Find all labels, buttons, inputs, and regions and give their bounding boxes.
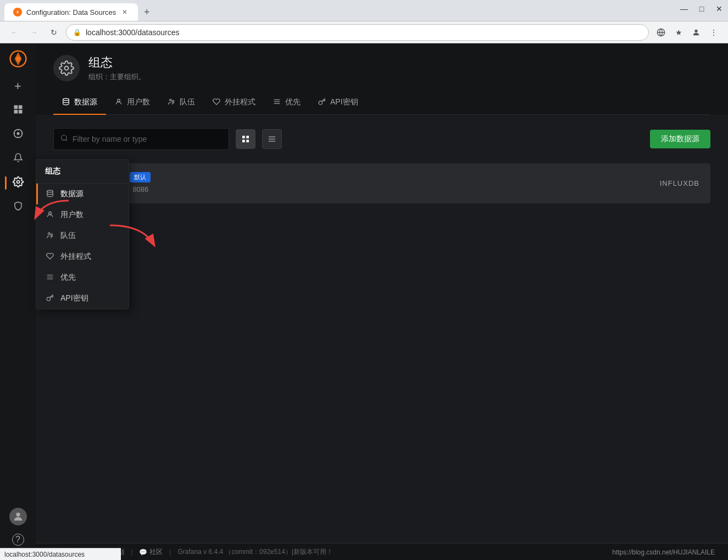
sidebar-item-explore[interactable] bbox=[5, 124, 31, 146]
sidebar-item-config[interactable] bbox=[5, 172, 31, 194]
svg-rect-25 bbox=[242, 140, 245, 142]
tab-plugins-label: 外挂程式 bbox=[225, 97, 255, 107]
status-bar: localhost:3000/datasources bbox=[0, 548, 121, 560]
dropdown-item-teams[interactable]: 队伍 bbox=[36, 225, 129, 246]
add-datasource-button[interactable]: 添加数据源 bbox=[650, 130, 710, 148]
sidebar-item-add[interactable]: + bbox=[5, 75, 31, 97]
app-logo[interactable] bbox=[7, 48, 29, 70]
svg-point-12 bbox=[16, 513, 20, 517]
list-view-button[interactable] bbox=[262, 129, 282, 149]
dropdown-item-plugins[interactable]: 外挂程式 bbox=[36, 246, 129, 267]
svg-rect-6 bbox=[18, 105, 22, 109]
svg-rect-7 bbox=[14, 109, 18, 113]
apikeys-tab-icon bbox=[318, 98, 326, 107]
svg-point-11 bbox=[16, 180, 19, 183]
datasource-type: INFLUXDB bbox=[660, 179, 699, 187]
user-avatar[interactable] bbox=[9, 508, 27, 525]
sidebar-item-help[interactable]: ? bbox=[5, 529, 31, 551]
datasource-name: InfluxDB 默认 bbox=[93, 172, 651, 182]
datasource-row-influxdb[interactable]: InfluxDB 默认 //本地主机：8086 INFLUXDB bbox=[53, 163, 710, 203]
datasource-url: //本地主机：8086 bbox=[93, 185, 651, 195]
tab-favicon bbox=[13, 8, 22, 16]
dropdown-teams-icon bbox=[45, 231, 55, 241]
dropdown-plugins-label: 外挂程式 bbox=[60, 252, 91, 262]
minimize-button[interactable]: — bbox=[680, 4, 688, 13]
tab-prefs-label: 优先 bbox=[285, 97, 301, 107]
svg-point-21 bbox=[319, 101, 322, 104]
svg-rect-8 bbox=[18, 109, 22, 113]
profile-icon[interactable] bbox=[688, 25, 704, 40]
page-title-text: 组态 组织：主要组织。 bbox=[88, 54, 146, 82]
help-icon: ? bbox=[12, 534, 24, 546]
new-tab-button[interactable]: + bbox=[139, 4, 154, 20]
dropdown-datasources-icon bbox=[45, 190, 55, 199]
tab-users[interactable]: 用户数 bbox=[106, 91, 159, 115]
page-header: 组态 组织：主要组织。 数据源 用户数 bbox=[36, 43, 728, 115]
svg-point-32 bbox=[49, 212, 52, 214]
tab-datasources-label: 数据源 bbox=[74, 97, 97, 107]
prefs-tab-icon bbox=[273, 98, 281, 107]
config-dropdown-menu: 组态 数据源 用户数 队伍 外挂程式 优先 API密钥 bbox=[36, 159, 129, 309]
sidebar-item-alerts[interactable] bbox=[5, 148, 31, 170]
tab-teams[interactable]: 队伍 bbox=[159, 91, 204, 115]
more-icon[interactable]: ⋮ bbox=[706, 25, 721, 40]
browser-toolbar-actions: ★ ⋮ bbox=[653, 25, 721, 40]
gear-icon bbox=[13, 176, 24, 190]
tab-close-button[interactable]: ✕ bbox=[120, 8, 129, 16]
datasource-default-badge: 默认 bbox=[130, 172, 151, 182]
dashboard-icon bbox=[13, 104, 24, 118]
svg-point-22 bbox=[62, 135, 66, 140]
bookmark-icon[interactable]: ★ bbox=[671, 25, 686, 40]
dropdown-prefs-label: 优先 bbox=[60, 273, 76, 282]
svg-point-33 bbox=[48, 232, 51, 235]
tab-prefs[interactable]: 优先 bbox=[264, 91, 309, 115]
datasource-toolbar: 添加数据源 bbox=[53, 128, 710, 150]
back-button[interactable]: ← bbox=[7, 25, 22, 40]
dropdown-item-prefs[interactable]: 优先 bbox=[36, 267, 129, 288]
footer-external-link[interactable]: https://blog.csdn.net/HUJIANLAILE bbox=[612, 548, 715, 556]
search-input[interactable] bbox=[73, 135, 222, 143]
browser-tab-active[interactable]: Configuration: Data Sources ✕ bbox=[4, 3, 138, 21]
main-content: 组态 组织：主要组织。 数据源 用户数 bbox=[36, 43, 728, 560]
footer-version: Grafana v 6.4.4 （commit：092e514）|新版本可用！ bbox=[177, 547, 333, 557]
svg-rect-26 bbox=[246, 140, 249, 142]
grid-view-button[interactable] bbox=[236, 129, 255, 149]
close-button[interactable]: ✕ bbox=[715, 4, 724, 13]
dropdown-item-apikeys[interactable]: API密钥 bbox=[36, 288, 129, 309]
svg-point-10 bbox=[17, 132, 19, 134]
svg-point-15 bbox=[118, 99, 120, 102]
dropdown-teams-label: 队伍 bbox=[60, 231, 76, 241]
tab-plugins[interactable]: 外挂程式 bbox=[204, 91, 264, 115]
address-text: localhost:3000/datasources bbox=[86, 28, 179, 37]
users-tab-icon bbox=[115, 98, 123, 107]
forward-button[interactable]: → bbox=[26, 25, 42, 40]
svg-rect-5 bbox=[14, 105, 18, 109]
search-icon bbox=[60, 134, 68, 144]
tab-title: Configuration: Data Sources bbox=[26, 8, 116, 16]
page-subtitle: 组织：主要组织。 bbox=[88, 72, 146, 82]
dropdown-item-users[interactable]: 用户数 bbox=[36, 204, 129, 225]
sidebar-item-dashboard[interactable] bbox=[5, 99, 31, 121]
dropdown-users-icon bbox=[45, 210, 55, 220]
maximize-button[interactable]: □ bbox=[697, 4, 706, 13]
footer-community-link[interactable]: 💬 社区 bbox=[139, 547, 163, 557]
tab-datasources[interactable]: 数据源 bbox=[53, 91, 106, 115]
tab-apikeys[interactable]: API密钥 bbox=[309, 91, 367, 115]
address-bar[interactable]: 🔒 localhost:3000/datasources bbox=[66, 24, 649, 41]
search-box[interactable] bbox=[53, 128, 229, 150]
sidebar-item-shield[interactable] bbox=[5, 196, 31, 218]
community-icon: 💬 bbox=[139, 548, 147, 556]
lock-icon: 🔒 bbox=[73, 29, 81, 36]
add-icon: + bbox=[14, 79, 21, 93]
content-area: 添加数据源 InfluxDB 默认 //本地主机：8086 INFLUXDB bbox=[36, 115, 728, 217]
svg-rect-24 bbox=[246, 136, 249, 138]
dropdown-item-datasources[interactable]: 数据源 bbox=[36, 184, 129, 204]
page-icon bbox=[53, 55, 80, 81]
translate-icon[interactable] bbox=[653, 25, 669, 40]
page-title-row: 组态 组织：主要组织。 bbox=[53, 54, 710, 91]
shield-icon bbox=[13, 201, 23, 214]
svg-rect-23 bbox=[242, 136, 245, 138]
refresh-button[interactable]: ↻ bbox=[46, 25, 62, 40]
svg-point-14 bbox=[63, 98, 69, 101]
page-footer: 📄 文件 | 💙 支持计划 | 💬 社区 | Grafana v 6.4.4 （… bbox=[36, 543, 728, 560]
